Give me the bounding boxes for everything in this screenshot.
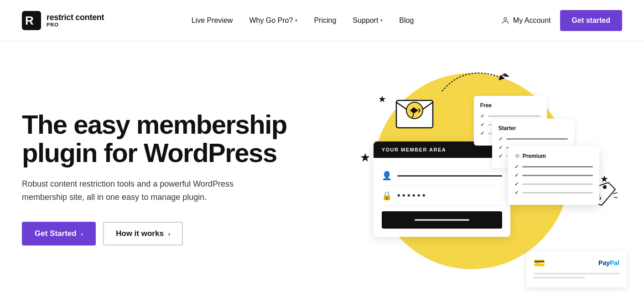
logo-text-pro: PRO (47, 22, 104, 27)
nav-pricing[interactable]: Pricing (314, 16, 336, 25)
chevron-down-icon: ▾ (380, 18, 383, 23)
main-nav: Live Preview Why Go Pro? ▾ Pricing Suppo… (192, 16, 414, 25)
check-icon: ✓ (514, 190, 519, 196)
hero-buttons: Get Started › How it works › (22, 222, 328, 246)
arrow-curve-decoration (437, 68, 510, 96)
check-icon: ✓ (514, 164, 519, 170)
password-field: 🔒 •••••• (382, 186, 502, 206)
pricing-row: ✓ (514, 190, 593, 196)
arrow-right-icon: › (81, 230, 83, 237)
hero-get-started-button[interactable]: Get Started › (22, 222, 96, 246)
how-it-works-button[interactable]: How it works › (103, 222, 183, 246)
svg-marker-4 (505, 73, 509, 77)
hero-title: The easy membership plugin for WordPress (22, 110, 328, 167)
logo-icon: R (22, 11, 41, 30)
star-decoration: ★ (378, 94, 386, 104)
svg-point-8 (603, 185, 607, 189)
payment-line-short (534, 277, 585, 278)
hero-illustration: ★ ★ ★ YOUR MEMBER AREA (346, 59, 622, 297)
arrow-right-icon: › (168, 230, 170, 237)
svg-text:R: R (25, 14, 34, 27)
payment-icons-row: 💳 PayPal (534, 257, 619, 268)
star-icon: ☆ (514, 152, 520, 159)
paypal-text: PayPal (598, 259, 619, 266)
nav-blog[interactable]: Blog (399, 16, 414, 25)
credit-card-icon: 💳 (534, 257, 545, 268)
check-icon: ✓ (480, 131, 484, 136)
user-icon (501, 16, 509, 25)
pricing-premium-label: Premium (523, 153, 546, 159)
pricing-row: ✓ (499, 136, 568, 142)
nav-why-go-pro[interactable]: Why Go Pro? ▾ (249, 16, 297, 25)
svg-line-11 (614, 197, 618, 199)
envelope-illustration (387, 87, 442, 137)
check-icon: ✓ (499, 145, 503, 151)
logo[interactable]: R restrict content PRO (22, 11, 104, 30)
my-account-link[interactable]: My Account (501, 16, 551, 25)
svg-point-2 (504, 17, 507, 20)
pricing-free-label: Free (480, 102, 492, 109)
user-field-icon: 👤 (382, 171, 392, 181)
pricing-row: ✓ (514, 181, 593, 187)
star-decoration: ★ (360, 151, 370, 165)
pricing-row: ✓ (514, 164, 593, 170)
username-field: 👤 (382, 166, 502, 186)
pricing-starter-label: Starter (499, 125, 516, 131)
member-login-button (382, 211, 502, 229)
member-area-card: YOUR MEMBER AREA 👤 🔒 •••••• (374, 141, 510, 237)
lock-field-icon: 🔒 (382, 191, 392, 201)
hero-left: The easy membership plugin for WordPress… (22, 110, 346, 246)
check-icon: ✓ (480, 122, 484, 128)
payment-line (534, 273, 619, 274)
check-icon: ✓ (499, 153, 503, 159)
check-icon: ✓ (514, 172, 519, 178)
check-icon: ✓ (480, 113, 484, 119)
header-right: My Account Get started (501, 10, 622, 31)
pricing-row: ✓ (514, 172, 593, 178)
hero-subtitle: Robust content restriction tools and a p… (22, 178, 259, 204)
password-dots: •••••• (397, 190, 427, 201)
header-get-started-button[interactable]: Get started (560, 10, 622, 31)
check-icon: ✓ (499, 136, 503, 142)
svg-line-10 (613, 192, 618, 194)
payment-card: 💳 PayPal (526, 251, 627, 287)
logo-text-main: restrict content (47, 13, 104, 21)
pricing-premium-card: ☆ Premium ✓ ✓ ✓ ✓ (508, 146, 599, 205)
nav-live-preview[interactable]: Live Preview (192, 16, 233, 25)
nav-support[interactable]: Support ▾ (353, 16, 383, 25)
chevron-down-icon: ▾ (295, 18, 297, 23)
check-icon: ✓ (514, 181, 519, 187)
hero-section: The easy membership plugin for WordPress… (0, 41, 644, 303)
